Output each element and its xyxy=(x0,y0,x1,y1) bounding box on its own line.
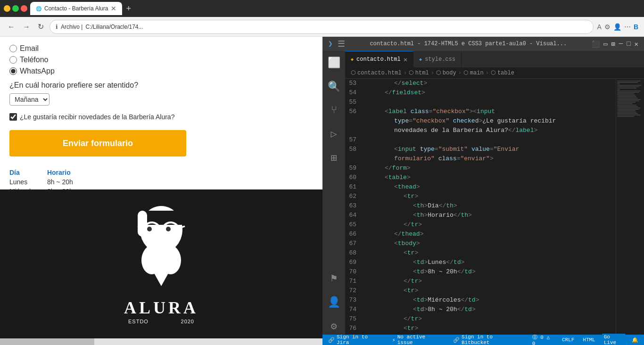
extensions-icon[interactable]: ⚙ xyxy=(604,23,611,31)
minimize-vsc-icon[interactable]: ─ xyxy=(619,40,623,48)
ln-73: 73 xyxy=(349,296,356,305)
svg-point-9 xyxy=(166,227,171,231)
hours-lunes: 8h ~ 20h xyxy=(47,177,83,187)
ln-71: 71 xyxy=(349,277,356,286)
status-notification-icon[interactable]: 🔔 xyxy=(630,334,640,345)
chrome-bar: 🌐 Contacto - Barbería Alura ✕ + xyxy=(0,0,644,17)
col-horario: Horario xyxy=(47,168,83,177)
radio-telefono-label: Teléfono xyxy=(20,56,49,64)
status-jira[interactable]: 🔗 Sign in to Jira xyxy=(326,334,383,345)
settings-icon[interactable]: ⚙ xyxy=(329,318,339,335)
code-line-58a: <input type="submit" value="Enviar xyxy=(366,145,612,154)
minimap-line xyxy=(617,110,636,111)
address-path: C:/Liliana/Oracle/174... xyxy=(85,24,143,30)
breadcrumb-sep3: › xyxy=(458,70,462,76)
tab-contacto-html[interactable]: ◆ contacto.html ✕ xyxy=(345,51,413,67)
radio-email-input[interactable] xyxy=(9,45,17,52)
breadcrumb-icon-html: ⬡ xyxy=(351,69,355,76)
code-line-71: </tr> xyxy=(366,277,612,286)
minimap-line xyxy=(617,115,641,115)
tab-close-button[interactable]: ✕ xyxy=(111,5,116,12)
explorer-icon[interactable]: ⬜ xyxy=(326,55,342,71)
code-line-70: <td>8h ~ 20h</td> xyxy=(366,267,612,277)
status-crlf[interactable]: CRLF xyxy=(560,334,576,345)
status-right-group: ⓪ 0 △ 0 CRLF HTML Go Live 🔔 xyxy=(530,334,640,345)
status-bitbucket[interactable]: 🔗 Sign in to Bitbucket xyxy=(451,334,523,345)
main-split: Email Teléfono WhatsApp ¿En cuál horario… xyxy=(0,37,644,345)
close-button[interactable] xyxy=(21,5,27,12)
hamburger-icon[interactable]: ☰ xyxy=(338,39,345,49)
breadcrumb-sep4: › xyxy=(486,70,489,76)
forward-button[interactable]: → xyxy=(21,21,32,33)
submit-button[interactable]: Enviar formulario xyxy=(9,130,186,156)
breadcrumb-main[interactable]: main xyxy=(470,70,484,76)
search-icon[interactable]: 🔍 xyxy=(326,79,342,95)
browser-hscroll[interactable] xyxy=(0,338,322,345)
source-control-icon[interactable]: ⑂ xyxy=(329,103,339,118)
address-bar: ← → ↻ ℹ Archivo | C:/Liliana/Oracle/174.… xyxy=(0,17,644,37)
bitbucket-label: Sign in to Bitbucket xyxy=(462,334,521,345)
toggle-panel-icon[interactable]: ▭ xyxy=(603,40,607,48)
reload-button[interactable]: ↻ xyxy=(36,20,46,33)
jira-icon: 🔗 xyxy=(328,337,335,343)
schedule-select[interactable]: Mañana xyxy=(9,93,50,106)
status-errors[interactable]: ⓪ 0 △ 0 xyxy=(530,334,555,345)
more-icon[interactable]: ⋯ xyxy=(624,23,631,31)
accounts-icon[interactable]: 👤 xyxy=(326,294,342,311)
minimize-button[interactable] xyxy=(4,5,10,12)
profiles-icon[interactable]: 👤 xyxy=(613,23,621,31)
new-tab-button[interactable]: + xyxy=(122,4,135,14)
status-language[interactable]: HTML xyxy=(581,334,597,345)
code-line-56b: type="checkbox" checked>¿Le gustaría rec… xyxy=(366,116,612,126)
schedule-table: Día Horario Lunes 8h ~ 20h Miércoles 8h … xyxy=(9,168,83,189)
radio-telefono[interactable]: Teléfono xyxy=(9,56,313,64)
tab-style-css[interactable]: ◆ style.css xyxy=(413,51,462,67)
minimap-line xyxy=(617,113,638,114)
minimap-line xyxy=(617,100,639,101)
back-button[interactable]: ← xyxy=(6,21,17,33)
vscode-editor: ◆ contacto.html ✕ ◆ style.css ⬡ contacto… xyxy=(345,51,644,335)
minimap-line xyxy=(617,109,639,110)
tab-close-icon[interactable]: ✕ xyxy=(404,56,407,64)
status-golive[interactable]: Go Live xyxy=(602,334,625,345)
ln-63: 63 xyxy=(349,201,356,211)
vscode-panel: ❯ ☰ contacto.html - 1742-HTML5 e CSS3 pa… xyxy=(322,37,644,345)
vscode-window-icons: ⬛ ▭ ⊞ ─ □ ✕ xyxy=(592,40,638,48)
minimap-line xyxy=(617,105,636,106)
ln-54: 54 xyxy=(349,88,356,98)
address-input[interactable]: ℹ Archivo | C:/Liliana/Oracle/174... xyxy=(50,20,594,34)
translate-icon[interactable]: A xyxy=(597,23,602,31)
radio-telefono-input[interactable] xyxy=(9,56,17,64)
breadcrumb-html[interactable]: html xyxy=(415,70,429,76)
browser-tab[interactable]: 🌐 Contacto - Barbería Alura ✕ xyxy=(30,2,122,15)
minimap-line xyxy=(617,82,638,83)
remote-icon[interactable]: ⚑ xyxy=(329,270,339,287)
lock-icon: ℹ xyxy=(56,24,58,30)
code-line-58b: formulario" class="enviar"> xyxy=(366,154,612,164)
code-line-67: <tbody> xyxy=(366,239,612,248)
split-editor-icon[interactable]: ⬛ xyxy=(592,40,600,48)
alura-logo-svg xyxy=(124,204,199,298)
radio-whatsapp[interactable]: WhatsApp xyxy=(9,67,313,75)
close-vsc-icon[interactable]: ✕ xyxy=(635,40,638,48)
tab-title: Contacto - Barbería Alura xyxy=(44,5,108,12)
code-line-56a: <label class="checkbox"><input xyxy=(366,107,612,116)
vscode-code-area[interactable]: 53 54 55 56 57 58 59 60 61 62 63 xyxy=(345,79,644,335)
ln-70: 70 xyxy=(349,267,356,277)
breadcrumb-contacto[interactable]: contacto.html xyxy=(357,70,402,76)
newsletter-checkbox-label[interactable]: ¿Le gustaría recibir novedades de la Bar… xyxy=(9,113,313,121)
hscroll-thumb[interactable] xyxy=(0,338,94,345)
breadcrumb-body[interactable]: body xyxy=(443,70,456,76)
maximize-vsc-icon[interactable]: □ xyxy=(627,40,630,48)
run-debug-icon[interactable]: ▷ xyxy=(329,126,339,142)
newsletter-checkbox[interactable] xyxy=(9,113,17,121)
radio-whatsapp-input[interactable] xyxy=(9,67,17,75)
layout-icon[interactable]: ⊞ xyxy=(611,40,615,48)
extensions-icon[interactable]: ⊞ xyxy=(329,150,339,166)
ln-74: 74 xyxy=(349,305,356,314)
bing-icon[interactable]: B xyxy=(634,23,638,31)
radio-email[interactable]: Email xyxy=(9,44,313,53)
maximize-button[interactable] xyxy=(12,5,19,12)
status-active-issue[interactable]: ⚡ No active issue xyxy=(390,334,444,345)
breadcrumb-table[interactable]: table xyxy=(497,70,514,76)
